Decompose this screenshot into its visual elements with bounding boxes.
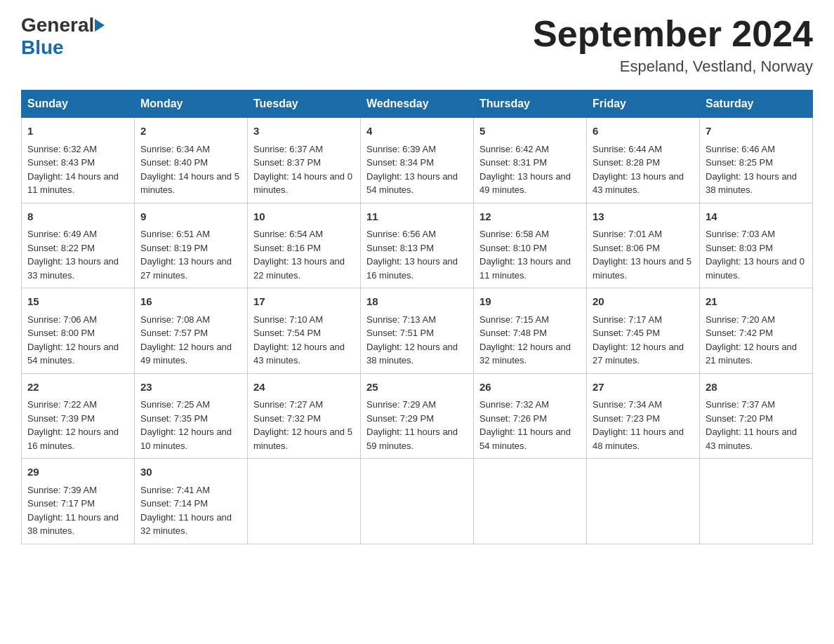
logo-triangle-icon bbox=[95, 19, 105, 32]
day-sunset: Sunset: 8:31 PM bbox=[479, 157, 547, 168]
day-number: 5 bbox=[479, 123, 581, 140]
day-sunrise: Sunrise: 6:54 AM bbox=[253, 229, 323, 239]
header-monday: Monday bbox=[135, 90, 248, 118]
week-row-1: 1 Sunrise: 6:32 AM Sunset: 8:43 PM Dayli… bbox=[22, 118, 813, 203]
day-number: 30 bbox=[140, 464, 241, 481]
day-daylight: Daylight: 12 hours and 49 minutes. bbox=[140, 342, 232, 366]
day-sunrise: Sunrise: 7:15 AM bbox=[479, 314, 549, 325]
day-daylight: Daylight: 12 hours and 43 minutes. bbox=[253, 342, 345, 366]
day-number: 22 bbox=[27, 380, 128, 396]
day-daylight: Daylight: 12 hours and 27 minutes. bbox=[593, 342, 684, 366]
day-sunset: Sunset: 8:00 PM bbox=[27, 328, 95, 338]
day-sunset: Sunset: 7:29 PM bbox=[366, 413, 434, 424]
day-sunrise: Sunrise: 6:46 AM bbox=[706, 144, 775, 154]
calendar-cell: 4 Sunrise: 6:39 AM Sunset: 8:34 PM Dayli… bbox=[361, 118, 474, 203]
day-sunrise: Sunrise: 7:01 AM bbox=[593, 229, 662, 239]
day-daylight: Daylight: 13 hours and 43 minutes. bbox=[593, 171, 684, 196]
calendar-cell: 29 Sunrise: 7:39 AM Sunset: 7:17 PM Dayl… bbox=[22, 459, 135, 544]
day-sunrise: Sunrise: 7:39 AM bbox=[27, 485, 97, 495]
day-daylight: Daylight: 12 hours and 32 minutes. bbox=[479, 342, 571, 366]
logo-blue-label: Blue bbox=[21, 36, 64, 58]
day-sunset: Sunset: 7:23 PM bbox=[593, 413, 660, 424]
day-sunrise: Sunrise: 6:42 AM bbox=[479, 144, 549, 154]
day-sunrise: Sunrise: 7:13 AM bbox=[366, 314, 436, 325]
day-sunrise: Sunrise: 6:37 AM bbox=[253, 144, 323, 154]
day-sunrise: Sunrise: 7:22 AM bbox=[27, 399, 97, 410]
day-sunrise: Sunrise: 6:49 AM bbox=[27, 229, 97, 239]
day-sunrise: Sunrise: 6:56 AM bbox=[366, 229, 436, 239]
day-number: 10 bbox=[253, 209, 355, 225]
calendar-cell: 25 Sunrise: 7:29 AM Sunset: 7:29 PM Dayl… bbox=[361, 373, 474, 459]
day-daylight: Daylight: 11 hours and 59 minutes. bbox=[366, 427, 458, 451]
day-daylight: Daylight: 11 hours and 54 minutes. bbox=[479, 427, 571, 451]
day-number: 15 bbox=[27, 294, 128, 310]
calendar-cell: 8 Sunrise: 6:49 AM Sunset: 8:22 PM Dayli… bbox=[22, 203, 135, 288]
day-number: 6 bbox=[593, 123, 694, 140]
day-number: 24 bbox=[253, 380, 355, 396]
calendar-title: September 2024 bbox=[533, 14, 813, 54]
day-daylight: Daylight: 13 hours and 49 minutes. bbox=[479, 171, 571, 196]
day-number: 7 bbox=[706, 123, 807, 140]
day-number: 28 bbox=[706, 380, 807, 396]
logo-blue-text: Blue bbox=[21, 36, 64, 59]
day-sunset: Sunset: 8:37 PM bbox=[253, 157, 321, 168]
day-number: 29 bbox=[27, 464, 128, 481]
calendar-cell: 11 Sunrise: 6:56 AM Sunset: 8:13 PM Dayl… bbox=[361, 203, 474, 288]
day-sunset: Sunset: 8:13 PM bbox=[366, 243, 434, 253]
day-sunset: Sunset: 8:25 PM bbox=[706, 157, 773, 168]
day-number: 21 bbox=[706, 294, 807, 310]
day-number: 13 bbox=[593, 209, 694, 225]
week-row-3: 15 Sunrise: 7:06 AM Sunset: 8:00 PM Dayl… bbox=[22, 288, 813, 374]
day-number: 18 bbox=[366, 294, 468, 310]
day-daylight: Daylight: 14 hours and 11 minutes. bbox=[27, 171, 119, 196]
day-number: 17 bbox=[253, 294, 355, 310]
day-sunrise: Sunrise: 7:34 AM bbox=[593, 399, 662, 410]
calendar-cell: 16 Sunrise: 7:08 AM Sunset: 7:57 PM Dayl… bbox=[135, 288, 248, 374]
day-sunset: Sunset: 7:54 PM bbox=[253, 328, 321, 338]
logo: General bbox=[21, 14, 105, 36]
calendar-cell: 30 Sunrise: 7:41 AM Sunset: 7:14 PM Dayl… bbox=[135, 459, 248, 544]
day-sunrise: Sunrise: 7:08 AM bbox=[140, 314, 210, 325]
calendar-cell: 12 Sunrise: 6:58 AM Sunset: 8:10 PM Dayl… bbox=[474, 203, 587, 288]
day-daylight: Daylight: 14 hours and 5 minutes. bbox=[140, 171, 239, 196]
day-daylight: Daylight: 12 hours and 21 minutes. bbox=[706, 342, 797, 366]
day-daylight: Daylight: 13 hours and 54 minutes. bbox=[366, 171, 458, 196]
day-daylight: Daylight: 11 hours and 38 minutes. bbox=[27, 512, 119, 537]
day-daylight: Daylight: 13 hours and 5 minutes. bbox=[593, 256, 691, 281]
day-number: 1 bbox=[27, 123, 128, 140]
day-sunrise: Sunrise: 7:25 AM bbox=[140, 399, 210, 410]
day-number: 20 bbox=[593, 294, 694, 310]
day-sunrise: Sunrise: 7:06 AM bbox=[27, 314, 97, 325]
calendar-cell bbox=[474, 459, 587, 544]
day-sunset: Sunset: 7:51 PM bbox=[366, 328, 434, 338]
header-wednesday: Wednesday bbox=[361, 90, 474, 118]
day-daylight: Daylight: 13 hours and 0 minutes. bbox=[706, 256, 805, 281]
day-sunset: Sunset: 8:43 PM bbox=[27, 157, 95, 168]
logo-area: General Blue bbox=[21, 14, 105, 59]
day-sunrise: Sunrise: 6:34 AM bbox=[140, 144, 210, 154]
calendar-cell: 6 Sunrise: 6:44 AM Sunset: 8:28 PM Dayli… bbox=[587, 118, 700, 203]
day-sunset: Sunset: 8:06 PM bbox=[593, 243, 660, 253]
day-daylight: Daylight: 14 hours and 0 minutes. bbox=[253, 171, 352, 196]
day-number: 14 bbox=[706, 209, 807, 225]
day-daylight: Daylight: 12 hours and 10 minutes. bbox=[140, 427, 232, 451]
day-sunset: Sunset: 7:48 PM bbox=[479, 328, 547, 338]
day-daylight: Daylight: 12 hours and 5 minutes. bbox=[253, 427, 352, 451]
day-sunrise: Sunrise: 7:10 AM bbox=[253, 314, 323, 325]
day-sunset: Sunset: 7:42 PM bbox=[706, 328, 773, 338]
day-daylight: Daylight: 12 hours and 38 minutes. bbox=[366, 342, 458, 366]
calendar-cell: 21 Sunrise: 7:20 AM Sunset: 7:42 PM Dayl… bbox=[700, 288, 813, 374]
day-sunset: Sunset: 8:40 PM bbox=[140, 157, 208, 168]
calendar-cell bbox=[361, 459, 474, 544]
calendar-table: Sunday Monday Tuesday Wednesday Thursday… bbox=[21, 90, 813, 544]
week-row-2: 8 Sunrise: 6:49 AM Sunset: 8:22 PM Dayli… bbox=[22, 203, 813, 288]
day-number: 9 bbox=[140, 209, 241, 225]
calendar-cell: 7 Sunrise: 6:46 AM Sunset: 8:25 PM Dayli… bbox=[700, 118, 813, 203]
calendar-cell: 15 Sunrise: 7:06 AM Sunset: 8:00 PM Dayl… bbox=[22, 288, 135, 374]
day-number: 19 bbox=[479, 294, 581, 310]
day-sunset: Sunset: 7:14 PM bbox=[140, 498, 208, 509]
calendar-subtitle: Espeland, Vestland, Norway bbox=[533, 58, 813, 76]
day-daylight: Daylight: 13 hours and 11 minutes. bbox=[479, 256, 571, 281]
day-daylight: Daylight: 11 hours and 48 minutes. bbox=[593, 427, 684, 451]
calendar-cell bbox=[248, 459, 361, 544]
